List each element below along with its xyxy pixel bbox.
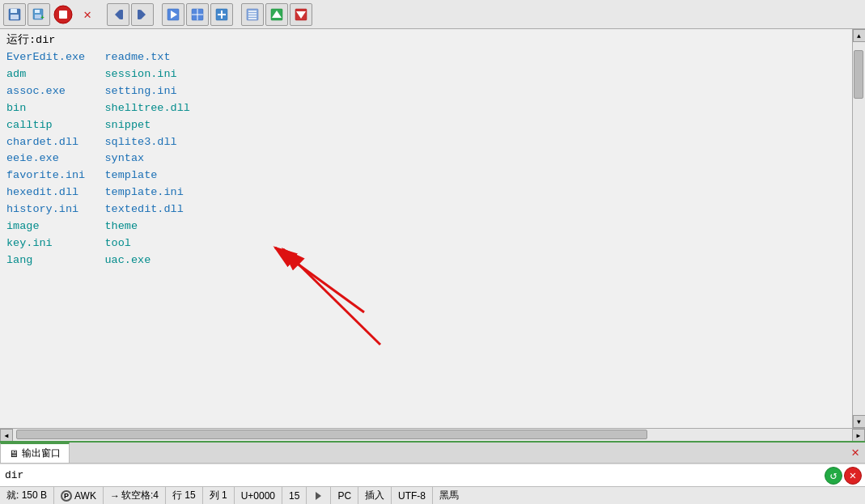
cmd-stop-btn[interactable]: ✕ [844, 467, 862, 485]
scroll-down-btn[interactable] [290, 3, 312, 26]
run-btn[interactable] [162, 3, 184, 26]
status-encoding: UTF-8 [392, 487, 433, 504]
output-panel-label: 输出窗口 [22, 447, 61, 460]
save-btn[interactable] [3, 3, 26, 26]
scroll-up-btn[interactable] [265, 3, 288, 26]
stop-btn[interactable] [52, 3, 74, 26]
status-num: 15 [282, 487, 307, 504]
status-lineend: PC [331, 487, 358, 504]
status-unicode: U+0000 [235, 487, 282, 504]
status-dropdown-icon [316, 492, 321, 500]
fwd-btn[interactable] [131, 3, 154, 26]
status-type-icon: P [61, 490, 72, 502]
command-input-area: ↺ ✕ [0, 464, 865, 486]
horizontal-scrollbar-row: ◀ ▶ [0, 428, 865, 441]
command-input[interactable] [0, 468, 821, 483]
svg-rect-10 [120, 10, 123, 19]
scroll-track[interactable] [853, 42, 865, 415]
svg-rect-1 [11, 9, 17, 13]
toolbar: + ✕ [0, 0, 865, 29]
status-insert: 插入 [358, 487, 392, 504]
scroll-up-arrow[interactable]: ▲ [853, 29, 866, 42]
debug-btn[interactable] [186, 3, 209, 26]
status-type: P AWK [54, 487, 104, 504]
panel-close-btn[interactable]: ✕ [849, 447, 862, 460]
main-area: 运行:dirEverEdit.exe readme.txtadm session… [0, 29, 865, 504]
hscroll-track[interactable] [13, 429, 852, 441]
output-content[interactable]: 运行:dirEverEdit.exe readme.txtadm session… [0, 29, 852, 428]
status-row: 行 15 [166, 487, 203, 504]
status-col: 列 1 [203, 487, 235, 504]
status-triangle[interactable] [307, 487, 331, 504]
status-extra: 黑馬 [433, 487, 465, 504]
status-arrow-icon: → [110, 490, 120, 502]
scroll-down-arrow[interactable]: ▼ [853, 415, 866, 428]
hscroll-left-arrow[interactable]: ◀ [0, 429, 13, 441]
output-wrapper: 运行:dirEverEdit.exe readme.txtadm session… [0, 29, 865, 441]
svg-marker-11 [141, 10, 146, 19]
svg-rect-2 [11, 15, 19, 19]
status-softspace: → 软空格:4 [104, 487, 166, 504]
hscroll-right-arrow[interactable]: ▶ [852, 429, 865, 441]
panel-tabs: 🖥 输出窗口 ✕ [0, 441, 865, 464]
statusbar: 就: 150 B P AWK → 软空格:4 行 15 列 1 U+0000 1… [0, 486, 865, 504]
close-output-btn[interactable]: ✕ [76, 3, 99, 26]
add-btn[interactable] [210, 3, 233, 26]
scroll-thumb[interactable] [854, 50, 863, 99]
command-buttons: ↺ ✕ [821, 467, 865, 485]
status-size: 就: 150 B [0, 487, 54, 504]
output-panel-icon: 🖥 [9, 448, 19, 460]
svg-rect-8 [59, 11, 67, 19]
cmd-run-btn[interactable]: ↺ [825, 467, 842, 485]
hscroll-thumb[interactable] [16, 430, 647, 439]
list-btn[interactable] [241, 3, 264, 26]
svg-rect-12 [138, 10, 141, 19]
svg-marker-9 [115, 10, 120, 19]
save-as-btn[interactable]: + [28, 3, 50, 26]
back-btn[interactable] [107, 3, 129, 26]
svg-text:+: + [40, 14, 45, 21]
svg-rect-4 [35, 10, 40, 13]
output-row: 运行:dirEverEdit.exe readme.txtadm session… [0, 29, 865, 428]
vertical-scrollbar[interactable]: ▲ ▼ [852, 29, 865, 428]
output-panel-tab[interactable]: 🖥 输出窗口 [0, 443, 70, 463]
